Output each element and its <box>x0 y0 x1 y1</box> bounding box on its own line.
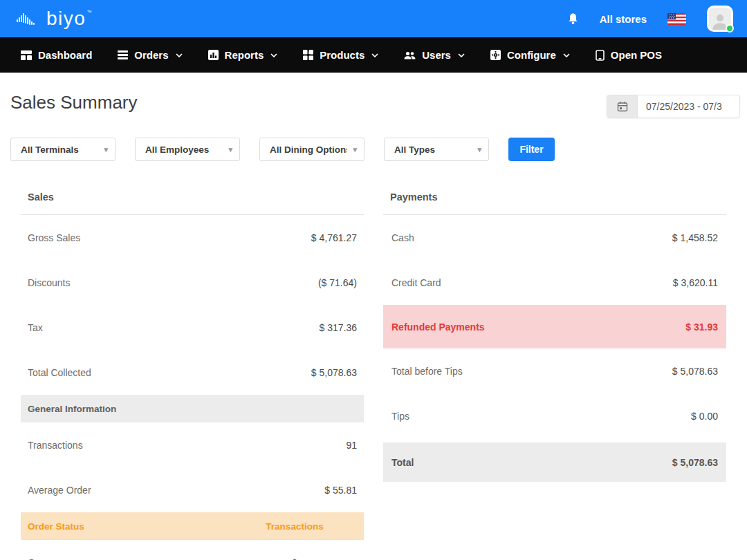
date-range-value[interactable]: 07/25/2023 - 07/3 <box>638 95 739 118</box>
chevron-down-icon <box>176 53 183 57</box>
report-row-tips: Tips $ 0.00 <box>383 393 726 438</box>
row-label: Discounts <box>28 277 70 288</box>
types-dropdown-value: All Types <box>394 144 435 155</box>
nav-label: Open POS <box>611 49 662 61</box>
row-value: $ 0.00 <box>691 411 718 422</box>
dropdown-caret-icon: ▾ <box>477 145 481 154</box>
sales-section-title: Sales <box>21 182 364 215</box>
nav-label: Orders <box>134 49 168 61</box>
row-label: Transactions <box>28 440 83 451</box>
row-label: Tips <box>391 411 409 422</box>
brand-trademark: ™ <box>86 10 91 15</box>
report-row-cash: Cash $ 1,458.52 <box>383 215 726 260</box>
nav-label: Configure <box>507 49 556 61</box>
order-status-col1-header: Order Status <box>28 521 84 532</box>
chevron-down-icon <box>458 53 465 57</box>
calendar-icon <box>607 95 638 118</box>
row-value: $ 5,078.63 <box>672 366 718 377</box>
nav-label: Reports <box>225 49 264 61</box>
row-label: Tax <box>28 322 43 333</box>
row-label: Total before Tips <box>391 366 463 377</box>
employees-dropdown[interactable]: All Employees ▾ <box>135 138 240 161</box>
notifications-button[interactable] <box>567 12 579 26</box>
reports-icon <box>208 50 219 60</box>
nav-products[interactable]: Products <box>303 49 378 61</box>
employees-dropdown-value: All Employees <box>145 144 209 155</box>
row-label: Average Order <box>28 485 91 496</box>
waveform-icon <box>17 6 46 28</box>
filter-bar: All Terminals ▾ All Employees ▾ All Dini… <box>0 138 747 161</box>
filter-button[interactable]: Filter <box>508 138 555 161</box>
dropdown-caret-icon: ▾ <box>353 145 357 154</box>
nav-open-pos[interactable]: Open POS <box>596 49 662 61</box>
row-label: Credit Card <box>391 277 441 288</box>
brand-logo[interactable]: biyo ™ <box>17 6 91 32</box>
terminals-dropdown-value: All Terminals <box>21 144 79 155</box>
row-value: 91 <box>346 440 357 451</box>
sales-column: Sales Gross Sales $ 4,761.27 Discounts (… <box>21 182 364 560</box>
payments-section-title: Payments <box>383 182 726 215</box>
dropdown-caret-icon: ▾ <box>104 145 108 154</box>
products-icon <box>303 50 313 60</box>
users-icon <box>404 50 416 60</box>
row-value: $ 4,761.27 <box>311 232 357 243</box>
page-title: Sales Summary <box>10 92 138 113</box>
row-label: Gross Sales <box>28 232 80 243</box>
row-value: $ 317.36 <box>320 322 358 333</box>
us-flag-icon <box>667 13 686 25</box>
nav-dashboard[interactable]: Dashboard <box>21 49 92 61</box>
main-navigation: Dashboard Orders Reports <box>0 37 747 73</box>
open-pos-icon <box>596 50 605 61</box>
row-value: $ 5,078.63 <box>672 457 718 468</box>
row-label: Total Collected <box>28 367 91 378</box>
online-status-dot <box>726 24 734 32</box>
row-value: $ 5,078.63 <box>311 367 357 378</box>
orders-icon <box>118 50 128 60</box>
user-avatar[interactable] <box>707 6 733 32</box>
bell-icon <box>567 12 579 26</box>
order-status-col2-header: Transactions <box>243 521 347 532</box>
report-body: Sales Gross Sales $ 4,761.27 Discounts (… <box>0 182 747 560</box>
row-label: Total <box>391 457 414 468</box>
chevron-down-icon <box>270 53 277 57</box>
row-label: Open <box>28 557 51 560</box>
row-value: $ 55.81 <box>324 485 357 496</box>
dashboard-icon <box>21 50 32 61</box>
configure-icon <box>490 50 501 60</box>
row-value: $ 3,620.11 <box>673 277 718 288</box>
payments-column: Payments Cash $ 1,458.52 Credit Card $ 3… <box>383 182 726 560</box>
language-selector-button[interactable] <box>667 13 686 25</box>
report-row-open-orders: Open 2 <box>21 540 364 560</box>
payments-total-row: Total $ 5,078.63 <box>383 442 726 482</box>
refunded-payments-row: Refunded Payments $ 31.93 <box>383 305 726 348</box>
report-row-credit-card: Credit Card $ 3,620.11 <box>383 260 726 305</box>
report-row-discounts: Discounts ($ 71.64) <box>21 260 364 305</box>
band-label: General Information <box>28 404 116 414</box>
chevron-down-icon <box>371 53 378 57</box>
nav-configure[interactable]: Configure <box>490 49 570 61</box>
topbar-actions: All stores <box>567 6 733 32</box>
nav-orders[interactable]: Orders <box>118 49 182 61</box>
nav-reports[interactable]: Reports <box>208 49 278 61</box>
dropdown-caret-icon: ▾ <box>228 145 232 154</box>
report-row-total-before-tips: Total before Tips $ 5,078.63 <box>383 348 726 393</box>
row-value: 2 <box>243 557 347 560</box>
dining-options-dropdown-value: All Dining Options <box>270 144 347 155</box>
general-information-header: General Information <box>21 395 364 422</box>
topbar: biyo ™ All stores <box>0 0 747 37</box>
nav-users[interactable]: Users <box>404 49 465 61</box>
row-value: ($ 71.64) <box>318 277 357 288</box>
row-label: Cash <box>391 232 414 243</box>
order-status-table-header: Order Status Transactions <box>21 512 364 540</box>
report-row-transactions: Transactions 91 <box>21 422 364 467</box>
row-label: Refunded Payments <box>391 321 485 333</box>
types-dropdown[interactable]: All Types ▾ <box>384 138 489 161</box>
page-header: Sales Summary 07/25/2023 - 07/3 <box>0 73 747 118</box>
nav-label: Dashboard <box>38 49 92 61</box>
dining-options-dropdown[interactable]: All Dining Options ▾ <box>259 138 365 161</box>
date-range-picker[interactable]: 07/25/2023 - 07/3 <box>607 95 740 118</box>
store-selector-button[interactable]: All stores <box>600 13 647 25</box>
brand-name: biyo <box>46 6 86 32</box>
terminals-dropdown[interactable]: All Terminals ▾ <box>10 138 116 161</box>
report-row-total-collected: Total Collected $ 5,078.63 <box>21 350 364 395</box>
